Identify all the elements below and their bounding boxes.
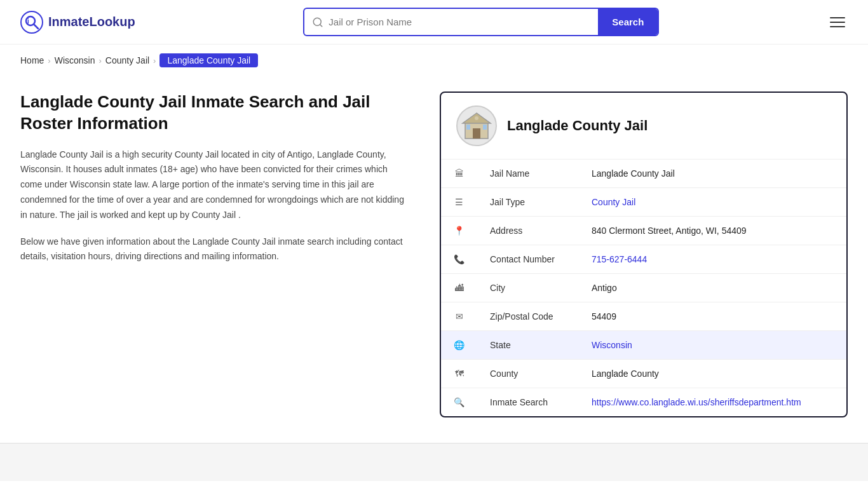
row-label: Jail Type [477,188,579,217]
svg-point-11 [475,116,478,120]
hamburger-line-3 [830,26,845,27]
chevron-icon-2: › [99,56,102,65]
row-value: County Jail [579,188,846,217]
search-bar: Search [303,8,659,36]
row-label: Contact Number [477,245,579,274]
row-icon: 📍 [441,217,477,245]
breadcrumb-state[interactable]: Wisconsin [55,55,95,65]
row-icon: 🔍 [441,388,477,417]
row-value: 840 Clermont Street, Antigo, WI, 54409 [579,217,846,245]
right-panel: Langlade County Jail 🏛Jail NameLanglade … [440,92,848,417]
info-table: 🏛Jail NameLanglade County Jail☰Jail Type… [441,159,846,416]
info-card-header: Langlade County Jail [441,93,846,159]
logo-icon: i [20,11,43,34]
row-link[interactable]: https://www.co.langlade.wi.us/sheriffsde… [592,397,801,407]
table-row: 🔍Inmate Searchhttps://www.co.langlade.wi… [441,388,846,417]
hamburger-menu[interactable] [827,15,848,30]
logo-link[interactable]: i InmateLookup [20,11,135,34]
jail-avatar [456,105,497,146]
svg-text:i: i [27,18,29,25]
row-link[interactable]: Wisconsin [592,340,632,350]
table-row: 🗺CountyLanglade County [441,360,846,388]
row-value: Wisconsin [579,331,846,360]
breadcrumb-home[interactable]: Home [20,55,44,65]
chevron-icon-1: › [48,56,50,65]
row-value: https://www.co.langlade.wi.us/sheriffsde… [579,388,846,417]
row-value: 715-627-6444 [579,245,846,274]
breadcrumb-current: Langlade County Jail [159,53,258,67]
table-row: 🌐StateWisconsin [441,331,846,360]
search-icon [312,17,323,28]
table-row: ☰Jail TypeCounty Jail [441,188,846,217]
hamburger-line-1 [830,17,845,18]
logo-text: InmateLookup [48,15,135,29]
svg-line-5 [320,24,322,26]
table-row: 🏛Jail NameLanglade County Jail [441,159,846,188]
svg-rect-8 [473,128,480,139]
breadcrumb: Home › Wisconsin › County Jail › Langlad… [0,44,868,76]
svg-point-0 [21,11,43,33]
row-label: Zip/Postal Code [477,302,579,331]
table-row: 📍Address840 Clermont Street, Antigo, WI,… [441,217,846,245]
row-label: Inmate Search [477,388,579,417]
row-label: County [477,360,579,388]
breadcrumb-type[interactable]: County Jail [105,55,149,65]
row-link[interactable]: County Jail [592,197,635,207]
row-link[interactable]: 715-627-6444 [592,254,647,264]
row-value: Langlade County [579,360,846,388]
table-row: 📞Contact Number715-627-6444 [441,245,846,274]
row-value: 54409 [579,302,846,331]
row-label: State [477,331,579,360]
row-icon: 📞 [441,245,477,274]
table-row: 🏙CityAntigo [441,274,846,302]
search-bar-inner [304,17,598,28]
main-content: Langlade County Jail Inmate Search and J… [0,76,868,443]
row-value: Langlade County Jail [579,159,846,188]
row-label: Address [477,217,579,245]
footer-bar [0,443,868,481]
table-row: ✉Zip/Postal Code54409 [441,302,846,331]
search-input[interactable] [329,17,590,27]
svg-rect-10 [483,125,487,130]
description-1: Langlade County Jail is a high security … [20,147,409,223]
hamburger-line-2 [830,22,845,23]
row-value: Antigo [579,274,846,302]
left-panel: Langlade County Jail Inmate Search and J… [20,92,440,417]
row-icon: 🏛 [441,159,477,188]
svg-rect-9 [466,125,470,130]
row-icon: ☰ [441,188,477,217]
building-icon [460,109,493,142]
row-label: Jail Name [477,159,579,188]
description-2: Below we have given information about th… [20,234,409,265]
page-title: Langlade County Jail Inmate Search and J… [20,92,409,135]
row-icon: ✉ [441,302,477,331]
row-icon: 🌐 [441,331,477,360]
search-button[interactable]: Search [598,9,658,35]
info-card: Langlade County Jail 🏛Jail NameLanglade … [440,92,848,417]
row-icon: 🗺 [441,360,477,388]
row-icon: 🏙 [441,274,477,302]
chevron-icon-3: › [153,56,156,65]
row-label: City [477,274,579,302]
jail-name-header: Langlade County Jail [507,118,648,134]
site-header: i InmateLookup Search [0,0,868,44]
